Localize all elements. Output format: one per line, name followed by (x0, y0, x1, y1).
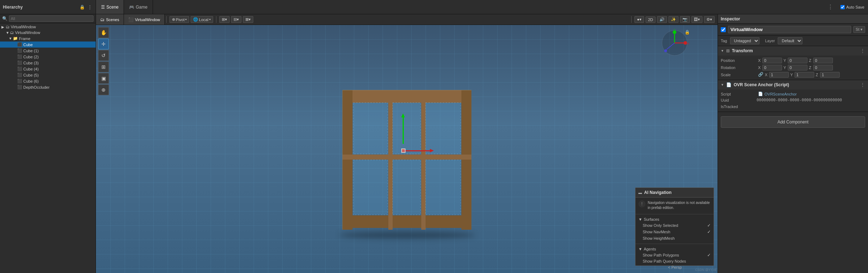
scene-tab-btn[interactable]: ☰ Scene (96, 0, 124, 14)
layer-select[interactable]: Default (778, 37, 802, 44)
script-name[interactable]: OVRSceneAnchor (764, 92, 797, 96)
transform-component: ▼ ⊞ Transform ⋮ Position X (718, 46, 868, 80)
inspector-header: Inspector (718, 14, 868, 24)
autosave-checkbox[interactable] (840, 5, 845, 9)
tag-select[interactable]: Untagged (730, 37, 759, 44)
show-path-query-item[interactable]: Show Path Query Nodes (638, 258, 711, 264)
tree-item-label-cube3: Cube (3) (23, 61, 39, 65)
rotation-x-input[interactable] (762, 65, 782, 70)
stab-scenes[interactable]: 🗂 Scenes (96, 14, 124, 25)
object-enabled-checkbox[interactable] (721, 27, 726, 32)
scale-lock-icon[interactable]: 🔗 (758, 72, 763, 78)
game-icon: 🎮 (129, 5, 134, 10)
scale-y-input[interactable] (795, 72, 814, 78)
folder-icon-frame: 📁 (13, 36, 18, 41)
render-btn[interactable]: 🖼▾ (691, 16, 702, 23)
grid-btn[interactable]: ⊞▾ (219, 16, 230, 23)
rotation-y-input[interactable] (788, 65, 807, 70)
pivot-label: Pivot (176, 18, 184, 22)
inspector-panel: Inspector St ▾ Tag Untagged Layer Defaul… (718, 14, 868, 273)
scene-viewport[interactable]: ✋ ✛ ↺ ⊞ ▣ ⊕ (96, 25, 718, 273)
show-navmesh-label: Show NavMesh (643, 230, 670, 234)
overlay-btn[interactable]: ⊠▾ (243, 16, 253, 23)
show-navmesh-item[interactable]: Show NavMesh ✓ (638, 229, 711, 235)
ovr-settings-btn[interactable]: ⋮ (860, 82, 865, 88)
camera-btn[interactable]: 📷 (680, 16, 690, 23)
position-x-input[interactable] (762, 58, 782, 63)
script-row: Script 📄 OVRSceneAnchor (721, 91, 865, 97)
show-only-selected-item[interactable]: Show Only Selected ✓ (638, 222, 711, 229)
transform-icon: ⊞ (726, 48, 730, 53)
tree-item-cube4[interactable]: ⬛ Cube (4) (0, 66, 96, 72)
ai-nav-header[interactable]: ▬ AI Navigation (636, 188, 714, 198)
svg-rect-4 (342, 155, 471, 160)
mode2d-btn[interactable]: 2D (646, 16, 656, 23)
show-path-query-label: Show Path Query Nodes (643, 259, 686, 263)
hierarchy-lock-btn[interactable]: 🔒 (79, 4, 86, 10)
fx-btn[interactable]: ✨ (668, 16, 678, 23)
scene-tabs-more-btn[interactable]: ⋮ (824, 4, 837, 10)
svg-rect-10 (353, 160, 388, 215)
object-name-input[interactable] (728, 26, 851, 33)
audio-btn[interactable]: 🔊 (657, 16, 667, 23)
tree-item-virtualwindow-child[interactable]: ▼ 🗂 VirtualWindow (0, 30, 96, 35)
pivot-btn[interactable]: ⊕ Pivot ▾ (169, 16, 189, 23)
agents-label: Agents (644, 247, 656, 251)
tree-item-frame[interactable]: ▼ 📁 Frame (0, 35, 96, 42)
local-btn[interactable]: 🌐 Local ▾ (191, 16, 213, 23)
tree-item-cube1[interactable]: ⬛ Cube (1) (0, 48, 96, 54)
svg-rect-8 (393, 103, 421, 154)
position-y-input[interactable] (788, 58, 807, 63)
tree-item-cube3[interactable]: ⬛ Cube (3) (0, 60, 96, 66)
show-heightmesh-item[interactable]: Show HeightMesh ✓ (638, 235, 711, 242)
tree-item-cube5[interactable]: ⬛ Cube (5) (0, 72, 96, 78)
position-y-field: Y (783, 58, 807, 63)
transform-header[interactable]: ▼ ⊞ Transform ⋮ (718, 46, 868, 55)
svg-text:🔒: 🔒 (685, 29, 689, 35)
transform-settings-btn[interactable]: ⋮ (860, 48, 865, 54)
scene-icon: ☰ (101, 5, 105, 10)
position-y-axis: Y (783, 58, 787, 63)
scale-z-axis: Z (816, 73, 819, 77)
tree-item-virtualwindow[interactable]: ▶ 🗂 VirtualWindow (0, 24, 96, 30)
ai-nav-surfaces: ▼ Surfaces Show Only Selected ✓ Show Nav… (636, 215, 714, 243)
surfaces-arrow: ▼ (638, 217, 642, 221)
static-dropdown-btn[interactable]: St ▾ (853, 26, 865, 33)
svg-rect-11 (393, 160, 421, 215)
ovr-anchor-header[interactable]: ▼ 📄 OVR Scene Anchor (Script) ⋮ (718, 80, 868, 89)
scale-x-axis: X (765, 73, 768, 77)
ai-nav-warning: ! Navigation visualization is not availa… (636, 198, 714, 213)
cube5-icon: ⬛ (17, 73, 22, 77)
tool-hand-btn[interactable]: ✋ (98, 27, 109, 38)
cube4-icon: ⬛ (17, 67, 22, 71)
tree-item-depthoccluder[interactable]: ⬛ DepthOccluder (0, 84, 96, 90)
add-component-btn[interactable]: Add Component (721, 116, 865, 128)
position-z-field: Z (809, 58, 833, 63)
gizmo-btn[interactable]: ●▾ (634, 16, 644, 23)
hierarchy-more-btn[interactable]: ⋮ (87, 4, 93, 10)
stab-virtualwindow[interactable]: ⬛ VirtualWindow (124, 14, 165, 25)
uuid-row: Uuid 00000000-0000-0000-0000-00000000000… (721, 97, 865, 103)
scale-z-input[interactable] (820, 72, 840, 78)
tree-item-label-cube2: Cube (2) (23, 55, 39, 59)
hierarchy-search-input[interactable] (9, 15, 93, 22)
vw-icon: ⬛ (128, 17, 134, 22)
axis-gizmo: Y X 🔒 (660, 29, 689, 57)
rotation-z-input[interactable] (813, 65, 833, 70)
tree-item-cube6[interactable]: ⬛ Cube (6) (0, 78, 96, 84)
agents-arrow: ▼ (638, 247, 642, 251)
position-z-input[interactable] (813, 58, 833, 63)
tree-item-cube[interactable]: ⬛ Cube (0, 42, 96, 48)
position-z-axis: Z (809, 58, 812, 63)
render2-btn[interactable]: ⚙▾ (704, 16, 715, 23)
snap-btn[interactable]: ⊟▾ (231, 16, 241, 23)
scale-x-input[interactable] (769, 72, 789, 78)
svg-rect-5 (388, 90, 393, 230)
game-tab-btn[interactable]: 🎮 Game (124, 0, 153, 14)
ovr-icon: 📄 (726, 82, 732, 87)
cube2-icon: ⬛ (17, 54, 22, 59)
show-path-polygons-item[interactable]: Show Path Polygons ✓ (638, 252, 711, 258)
show-navmesh-check: ✓ (707, 229, 711, 234)
tree-item-cube2[interactable]: ⬛ Cube (2) (0, 54, 96, 60)
transform-name: Transform (732, 48, 858, 53)
